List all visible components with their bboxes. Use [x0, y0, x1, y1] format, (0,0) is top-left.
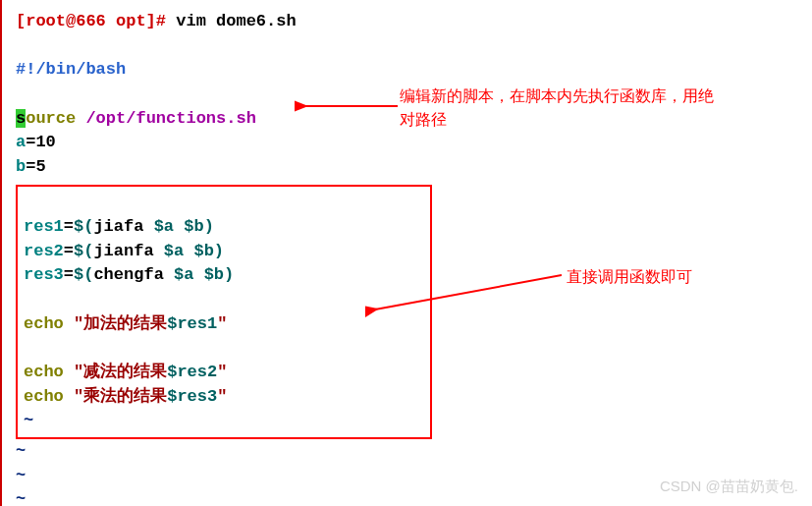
echo2-line: echo "减法的结果$res2"	[24, 361, 424, 385]
watermark: CSDN @苗苗奶黄包.	[660, 478, 798, 496]
annotation-2: 直接调用函数即可	[567, 265, 692, 289]
prompt-line: [root@666 opt]# vim dome6.sh	[16, 10, 798, 34]
cursor: s	[16, 109, 26, 128]
res1-line: res1=$(jiafa $a $b)	[24, 215, 424, 240]
shebang-line: #!/bin/bash	[16, 58, 798, 83]
var-a-line: a=10	[16, 131, 798, 155]
prompt-userhost: [root@666 opt]#	[16, 12, 166, 30]
res3-line: res3=$(chengfa $a $b)	[24, 263, 424, 288]
annotation-1: 编辑新的脚本，在脚本内先执行函数库，用绝 对路径	[400, 84, 714, 132]
call-box: res1=$(jiafa $a $b) res2=$(jianfa $a $b)…	[16, 185, 432, 438]
source-path: /opt/functions.sh	[85, 109, 255, 128]
blank-line	[24, 336, 424, 361]
echo3-line: echo "乘法的结果$res3"	[24, 385, 424, 410]
vim-tilde: ~	[24, 409, 424, 433]
blank-line	[24, 288, 424, 312]
blank-line	[16, 34, 798, 59]
prompt-command: vim dome6.sh	[176, 12, 296, 30]
echo1-line: echo "加法的结果$res1"	[24, 312, 424, 337]
vim-tilde: ~	[16, 439, 798, 464]
blank-line	[24, 191, 424, 215]
var-b-line: b=5	[16, 155, 798, 180]
res2-line: res2=$(jianfa $a $b)	[24, 240, 424, 264]
